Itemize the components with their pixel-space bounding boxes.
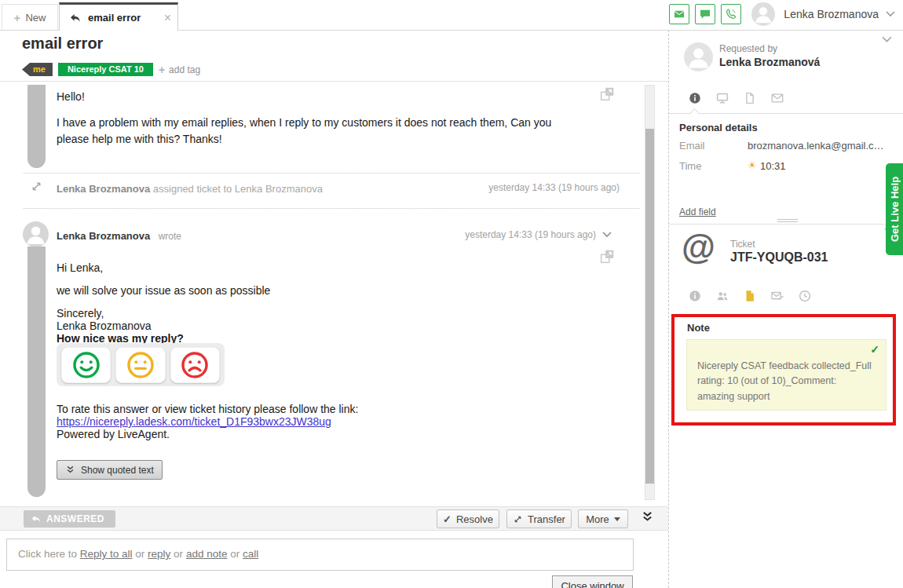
- ticket-tabs: [688, 289, 812, 303]
- system-event-action: assigned ticket to Lenka Brozmanova: [150, 183, 323, 195]
- tab-emails-icon[interactable]: [770, 91, 784, 105]
- get-live-help-label: Get Live Help: [886, 163, 903, 255]
- new-chat-button[interactable]: [695, 4, 715, 24]
- powered-by-label: Powered by LiveAgent.: [57, 426, 170, 442]
- reply-arrow-icon: [31, 513, 42, 524]
- resolve-label: Resolve: [456, 513, 493, 525]
- time-value: 10:31: [760, 160, 786, 172]
- active-tab-notch: [689, 108, 700, 119]
- caret-down-icon: [614, 517, 620, 521]
- tab-sessions-icon[interactable]: [715, 91, 729, 105]
- thread-scrollbar[interactable]: [645, 85, 655, 500]
- message-line: Hello!: [57, 89, 581, 104]
- tab-info-icon[interactable]: [688, 91, 702, 105]
- csat-good-button[interactable]: [61, 347, 111, 383]
- reply-link[interactable]: reply: [148, 548, 170, 560]
- message-header: Lenka Brozmanova wrote: [57, 228, 181, 243]
- chevron-down-icon[interactable]: [602, 232, 612, 238]
- ticket-forward-icon[interactable]: [770, 289, 784, 303]
- ticket-contacts-icon[interactable]: [715, 289, 729, 303]
- add-tag-button[interactable]: + add tag: [159, 64, 200, 76]
- more-button[interactable]: More: [578, 509, 628, 528]
- tab-active-label: email error: [88, 12, 141, 24]
- composer-separator: or: [227, 548, 243, 560]
- resolve-button[interactable]: ✓ Resolve: [437, 509, 499, 528]
- add-field-link[interactable]: Add field: [679, 206, 716, 217]
- panel-drag-handle[interactable]: [777, 219, 798, 226]
- transfer-icon: [513, 514, 523, 524]
- add-tag-label: add tag: [169, 64, 200, 75]
- message-timestamp: yesterday 14:33 (19 hours ago): [465, 229, 596, 240]
- collapse-thread-icon[interactable]: [641, 511, 654, 523]
- new-email-button[interactable]: [669, 4, 689, 24]
- phone-icon: [725, 8, 737, 20]
- check-icon: ✓: [870, 343, 879, 356]
- requester-avatar: [684, 42, 713, 71]
- top-tab-bar: + New email error × Lenka Brozmanova: [0, 0, 903, 31]
- composer-separator: or: [170, 548, 186, 560]
- check-icon: ✓: [443, 513, 452, 525]
- csat-neutral-button[interactable]: [115, 347, 165, 383]
- user-avatar[interactable]: [751, 2, 775, 26]
- close-tab-icon[interactable]: ×: [164, 11, 171, 25]
- open-message-icon[interactable]: [598, 86, 616, 103]
- ticket-id: JTF-YQUQB-031: [730, 250, 828, 265]
- note-heading: Note: [687, 322, 710, 334]
- scrollbar-thumb[interactable]: [645, 129, 654, 484]
- requested-by-label: Requested by: [719, 43, 777, 54]
- ticket-history-icon[interactable]: [798, 289, 812, 303]
- requester-tabs: [688, 91, 784, 105]
- tag-nicereply-csat[interactable]: Nicereply CSAT 10: [58, 63, 153, 76]
- message-timestamp-group: yesterday 14:33 (19 hours ago): [465, 229, 612, 240]
- assign-icon: [30, 180, 43, 193]
- composer-separator: or: [133, 548, 148, 560]
- call-link[interactable]: call: [243, 548, 258, 560]
- reply-arrow-icon: [69, 12, 82, 24]
- personal-details-heading: Personal details: [679, 122, 758, 133]
- double-chevron-down-icon: [65, 466, 75, 474]
- message-author: Lenka Brozmanova: [57, 230, 150, 242]
- composer-prefix: Click here to: [18, 548, 80, 560]
- get-live-help-tab[interactable]: Get Live Help: [886, 163, 903, 255]
- close-window-button[interactable]: Close window: [552, 575, 633, 588]
- show-quoted-text-button[interactable]: Show quoted text: [57, 460, 163, 480]
- new-call-button[interactable]: [721, 4, 741, 24]
- message-line: Hi Lenka,: [57, 260, 103, 276]
- message-thread: Hello! I have a problem with my email re…: [0, 81, 668, 503]
- ticket-label: Ticket: [730, 239, 755, 250]
- ticket-info-icon[interactable]: [688, 289, 702, 303]
- open-message-icon[interactable]: [598, 248, 616, 265]
- sun-icon: ☀: [748, 159, 757, 171]
- note-card[interactable]: ✓ Nicereply CSAT feedback collected_Full…: [686, 339, 887, 411]
- transfer-button[interactable]: Transfer: [506, 509, 572, 528]
- chevron-down-icon[interactable]: [886, 11, 895, 17]
- ticket-notes-icon[interactable]: [743, 289, 757, 303]
- user-menu[interactable]: Lenka Brozmanova: [784, 8, 879, 20]
- reply-to-all-link[interactable]: Reply to all: [80, 548, 133, 560]
- ticket-main-panel: email error me Nicereply CSAT 10 + add t…: [0, 30, 668, 588]
- plus-icon: +: [159, 64, 165, 76]
- status-badge: ANSWERED: [24, 510, 115, 528]
- collapse-requester-icon[interactable]: [882, 36, 892, 43]
- tab-new-label: New: [25, 12, 46, 24]
- reply-composer[interactable]: Click here to Reply to all or reply or a…: [6, 539, 634, 571]
- chat-bubble-icon: [699, 8, 711, 20]
- tab-new[interactable]: + New: [2, 4, 58, 30]
- page-title: email error: [22, 35, 103, 53]
- note-text: Nicereply CSAT feedback collected_Full r…: [697, 359, 874, 404]
- csat-bad-button[interactable]: [170, 347, 220, 383]
- ticket-details-sidebar: Requested by Lenka Brozmanová Personal d…: [668, 30, 903, 588]
- smiley-happy-icon: [71, 350, 101, 380]
- tab-email-error[interactable]: email error ×: [59, 2, 178, 31]
- message-line: we will solve your issue as soon as poss…: [57, 283, 270, 298]
- plus-icon: +: [14, 11, 21, 24]
- transfer-label: Transfer: [528, 513, 565, 525]
- tag-me[interactable]: me: [22, 63, 53, 76]
- show-quoted-label: Show quoted text: [81, 465, 154, 476]
- tag-row: me Nicereply CSAT 10 + add tag: [22, 63, 200, 76]
- header-actions: Lenka Brozmanova: [669, 2, 895, 26]
- requester-name: Lenka Brozmanová: [719, 56, 820, 68]
- tab-tickets-icon[interactable]: [743, 91, 757, 105]
- email-value: brozmanova.lenka@gmail.c…: [748, 140, 884, 152]
- add-note-link[interactable]: add note: [186, 548, 228, 560]
